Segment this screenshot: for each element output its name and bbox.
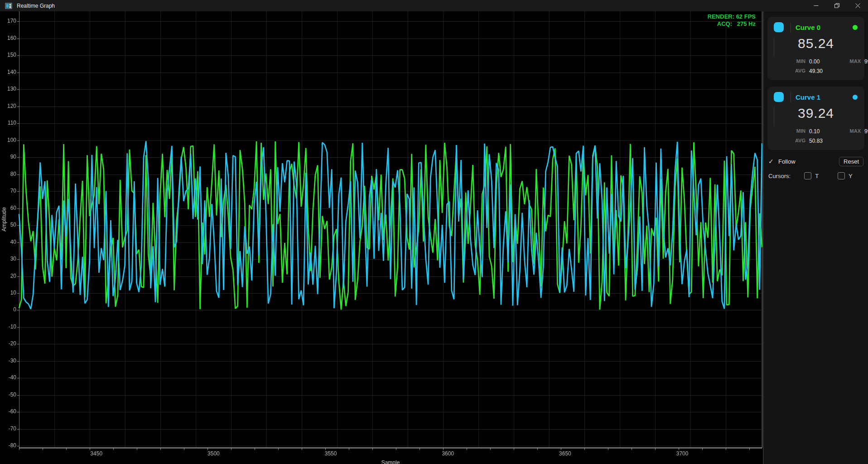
x-tick-label: 3550: [318, 450, 343, 457]
y-tick-label: -60: [0, 408, 16, 415]
curve-stats: MIN 0.00 MAX 99.98 AVG 49.30: [767, 58, 864, 74]
y-tick-label: 30: [0, 256, 16, 262]
min-value: 0.00: [809, 58, 842, 65]
curve-name: Curve 0: [796, 24, 820, 31]
curve-color-swatch[interactable]: [774, 22, 784, 32]
cursors-row: Cursors: T Y: [768, 171, 863, 181]
follow-checkbox[interactable]: ✓: [768, 158, 776, 165]
status-dot: [853, 95, 858, 100]
acq-rate-text: ACQ: 275 Hz: [708, 20, 756, 28]
y-tick-label: 160: [0, 35, 16, 41]
x-tick-label: 3500: [201, 450, 226, 457]
curve-name: Curve 1: [796, 93, 820, 101]
y-tick-label: 20: [0, 273, 16, 279]
restore-button[interactable]: [826, 0, 847, 11]
x-tick-label: 3700: [670, 450, 695, 457]
close-button[interactable]: [847, 0, 868, 11]
x-axis-title: Sample: [368, 459, 413, 464]
follow-label[interactable]: Follow: [778, 158, 796, 165]
minimize-button[interactable]: [805, 0, 826, 11]
y-tick-label: 40: [0, 239, 16, 245]
x-tick-label: 3450: [84, 450, 109, 457]
y-tick-label: -20: [0, 340, 16, 347]
reset-button[interactable]: Reset: [839, 157, 863, 166]
curve-card-0[interactable]: Curve 0 85.24 MIN 0.00 MAX 99.98 AVG 49.…: [767, 17, 864, 80]
y-tick-label: 100: [0, 137, 16, 143]
render-fps-text: RENDER: 62 FPS: [708, 13, 756, 20]
curve-color-swatch[interactable]: [774, 92, 784, 102]
y-tick-label: 70: [0, 188, 16, 194]
min-value: 0.10: [809, 128, 842, 135]
cursor-t-label: T: [815, 173, 819, 179]
cursor-t-checkbox[interactable]: [804, 172, 811, 179]
min-label: MIN: [767, 128, 809, 135]
cursor-y-label: Y: [849, 173, 853, 179]
max-value: 99.83: [864, 128, 868, 135]
current-value: 39.24: [767, 106, 864, 121]
y-tick-label: 120: [0, 103, 16, 109]
y-tick-label: 90: [0, 154, 16, 160]
max-value: 99.98: [864, 58, 868, 65]
card-divider: [791, 23, 791, 33]
plot-area[interactable]: 1701601501401301201101009080706050403020…: [0, 11, 763, 464]
curve-card-1[interactable]: Curve 1 39.24 MIN 0.10 MAX 99.83 AVG 50.…: [767, 87, 864, 150]
y-tick-label: 0: [0, 306, 16, 313]
x-tick-label: 3650: [552, 450, 578, 457]
y-tick-label: -10: [0, 324, 16, 330]
app-icon: [5, 2, 12, 10]
y-tick-label: 140: [0, 69, 16, 75]
follow-row: ✓ Follow Reset: [768, 156, 863, 166]
render-stats-overlay: RENDER: 62 FPS ACQ: 275 Hz: [708, 13, 756, 28]
y-tick-label: 80: [0, 171, 16, 177]
titlebar: Realtime Graph: [0, 0, 868, 11]
sidebar: Curve 0 85.24 MIN 0.00 MAX 99.98 AVG 49.…: [763, 11, 868, 464]
cursors-label: Cursors:: [768, 173, 791, 179]
cursor-y-checkbox[interactable]: [838, 172, 845, 179]
y-tick-label: -70: [0, 425, 16, 432]
avg-label: AVG: [767, 68, 809, 74]
min-label: MIN: [767, 58, 809, 65]
y-tick-label: -30: [0, 358, 16, 364]
y-tick-label: 150: [0, 52, 16, 58]
avg-label: AVG: [767, 138, 809, 144]
y-axis-title: Amplitude: [1, 201, 7, 237]
y-tick-label: -40: [0, 374, 16, 381]
max-label: MAX: [842, 58, 864, 65]
y-tick-label: 110: [0, 120, 16, 126]
card-divider: [791, 92, 791, 102]
window-title: Realtime Graph: [17, 3, 55, 9]
main-content: 1701601501401301201101009080706050403020…: [0, 11, 868, 464]
y-tick-label: 170: [0, 18, 16, 24]
y-tick-label: 130: [0, 86, 16, 92]
app-window: Realtime Graph 1701601501401301201101009…: [0, 0, 868, 464]
avg-value: 50.83: [809, 138, 842, 144]
max-label: MAX: [842, 128, 864, 135]
status-dot: [853, 25, 858, 30]
x-tick-label: 3600: [435, 450, 461, 457]
avg-value: 49.30: [809, 68, 842, 74]
y-tick-label: 10: [0, 290, 16, 296]
curve-stats: MIN 0.10 MAX 99.83 AVG 50.83: [767, 128, 864, 144]
chart-canvas[interactable]: [0, 11, 763, 464]
current-value: 85.24: [767, 36, 864, 51]
y-tick-label: -80: [0, 442, 16, 449]
y-tick-label: -50: [0, 392, 16, 398]
